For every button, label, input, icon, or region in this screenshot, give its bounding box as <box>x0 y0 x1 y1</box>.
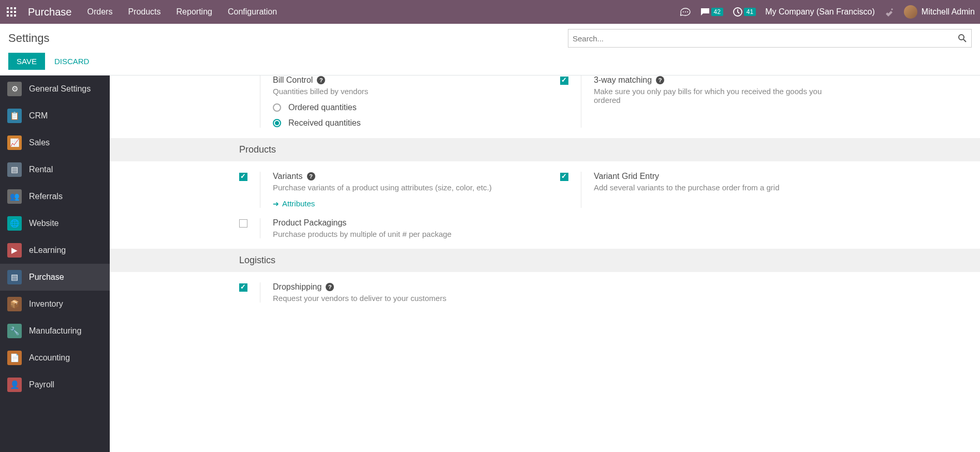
three-way-desc: Make sure you only pay bills for which y… <box>594 87 850 104</box>
sidebar-item-website[interactable]: 🌐Website <box>0 210 110 237</box>
sidebar-item-inventory[interactable]: 📦Inventory <box>0 291 110 318</box>
svg-point-10 <box>685 11 686 12</box>
sidebar-icon: 📋 <box>7 109 22 123</box>
sidebar-icon: ▤ <box>7 162 22 177</box>
sidebar-icon: 👤 <box>7 378 22 392</box>
radio-ordered[interactable] <box>273 103 281 112</box>
sidebar-item-label: General Settings <box>29 84 91 94</box>
variant-grid-desc: Add several variants to the purchase ord… <box>594 183 850 192</box>
radio-ordered-label[interactable]: Ordered quantities <box>288 103 357 112</box>
svg-point-9 <box>683 11 684 12</box>
settings-content[interactable]: Bill Control ? Quantities billed by vend… <box>110 76 980 452</box>
variants-desc: Purchase variants of a product using att… <box>273 183 529 192</box>
sidebar-icon: 🔧 <box>7 324 22 338</box>
radio-received[interactable] <box>273 119 281 127</box>
svg-rect-1 <box>10 7 12 9</box>
search-box[interactable] <box>568 29 972 48</box>
save-button[interactable]: SAVE <box>8 53 45 70</box>
avatar <box>904 5 917 19</box>
settings-sidebar: ⚙General Settings📋CRM📈Sales▤Rental👥Refer… <box>0 76 110 452</box>
radio-received-label[interactable]: Received quantities <box>288 118 361 128</box>
topbar: Purchase Orders Products Reporting Confi… <box>0 0 980 24</box>
sidebar-item-label: Manufacturing <box>29 326 81 336</box>
sidebar-item-label: Payroll <box>29 380 54 389</box>
menu-orders[interactable]: Orders <box>87 7 113 17</box>
menu-configuration[interactable]: Configuration <box>228 7 277 17</box>
sidebar-icon: 👥 <box>7 189 22 204</box>
variant-grid-checkbox[interactable] <box>560 173 568 181</box>
sidebar-item-referrals[interactable]: 👥Referrals <box>0 183 110 210</box>
control-panel: Settings SAVE DISCARD <box>0 24 980 76</box>
sidebar-item-label: Rental <box>29 165 53 174</box>
discard-button[interactable]: DISCARD <box>50 53 94 70</box>
section-logistics: Logistics <box>110 249 980 272</box>
sidebar-icon: ▤ <box>7 270 22 284</box>
search-input[interactable] <box>573 34 958 43</box>
sidebar-item-label: eLearning <box>29 246 66 255</box>
svg-point-13 <box>959 35 964 40</box>
top-menu: Orders Products Reporting Configuration <box>87 7 277 17</box>
variant-grid-title: Variant Grid Entry <box>594 172 659 181</box>
variants-checkbox[interactable] <box>239 173 247 181</box>
help-icon[interactable]: ? <box>317 76 325 84</box>
sidebar-item-label: Purchase <box>29 273 64 282</box>
sidebar-item-purchase[interactable]: ▤Purchase <box>0 264 110 291</box>
help-icon[interactable]: ? <box>656 76 664 84</box>
sidebar-item-label: Accounting <box>29 353 70 363</box>
dropship-checkbox[interactable] <box>239 283 247 292</box>
app-title[interactable]: Purchase <box>28 6 72 18</box>
sidebar-item-rental[interactable]: ▤Rental <box>0 156 110 183</box>
sidebar-item-label: CRM <box>29 111 48 120</box>
sidebar-item-label: Sales <box>29 138 50 147</box>
menu-products[interactable]: Products <box>128 7 160 17</box>
sidebar-item-manufacturing[interactable]: 🔧Manufacturing <box>0 318 110 344</box>
sidebar-item-label: Inventory <box>29 299 63 309</box>
sidebar-icon: 🌐 <box>7 216 22 231</box>
dropship-title: Dropshipping <box>273 282 321 292</box>
voip-icon[interactable] <box>680 8 691 16</box>
bill-control-title: Bill Control <box>273 76 313 85</box>
attributes-link[interactable]: ➔ Attributes <box>273 199 315 208</box>
sidebar-item-general-settings[interactable]: ⚙General Settings <box>0 76 110 102</box>
sidebar-icon: ▶ <box>7 243 22 258</box>
svg-rect-0 <box>7 7 9 9</box>
dropship-desc: Request your vendors to deliver to your … <box>273 294 529 303</box>
debug-icon[interactable] <box>884 7 895 17</box>
svg-rect-4 <box>10 11 12 13</box>
sidebar-item-payroll[interactable]: 👤Payroll <box>0 371 110 398</box>
svg-rect-6 <box>7 14 9 17</box>
menu-reporting[interactable]: Reporting <box>177 7 212 17</box>
three-way-title: 3-way matching <box>594 76 652 85</box>
svg-rect-5 <box>14 11 16 13</box>
sidebar-item-elearning[interactable]: ▶eLearning <box>0 237 110 264</box>
help-icon[interactable]: ? <box>307 172 315 180</box>
user-menu[interactable]: Mitchell Admin <box>904 5 975 19</box>
search-icon[interactable] <box>958 34 967 43</box>
variants-title: Variants <box>273 172 303 181</box>
sidebar-item-accounting[interactable]: 📄Accounting <box>0 344 110 371</box>
sidebar-item-label: Referrals <box>29 192 63 201</box>
arrow-right-icon: ➔ <box>273 200 279 208</box>
activities-icon[interactable]: 41 <box>733 7 756 17</box>
svg-rect-2 <box>14 7 16 9</box>
sidebar-item-crm[interactable]: 📋CRM <box>0 102 110 129</box>
sidebar-icon: 📈 <box>7 135 22 150</box>
user-name: Mitchell Admin <box>922 7 975 17</box>
svg-rect-7 <box>10 14 12 17</box>
sidebar-item-sales[interactable]: 📈Sales <box>0 129 110 156</box>
activities-badge: 41 <box>744 8 756 16</box>
section-products: Products <box>110 138 980 161</box>
messages-icon[interactable]: 42 <box>700 7 723 17</box>
svg-rect-8 <box>14 14 16 17</box>
company-selector[interactable]: My Company (San Francisco) <box>765 7 875 17</box>
help-icon[interactable]: ? <box>326 283 334 291</box>
three-way-checkbox[interactable] <box>560 77 568 85</box>
page-title: Settings <box>8 32 50 45</box>
messages-badge: 42 <box>711 8 723 16</box>
sidebar-item-label: Website <box>29 219 59 228</box>
packagings-checkbox[interactable] <box>239 219 247 228</box>
svg-point-11 <box>687 11 688 12</box>
apps-icon[interactable] <box>5 6 18 18</box>
sidebar-icon: 📦 <box>7 297 22 311</box>
bill-control-desc: Quantities billed by vendors <box>273 87 529 96</box>
